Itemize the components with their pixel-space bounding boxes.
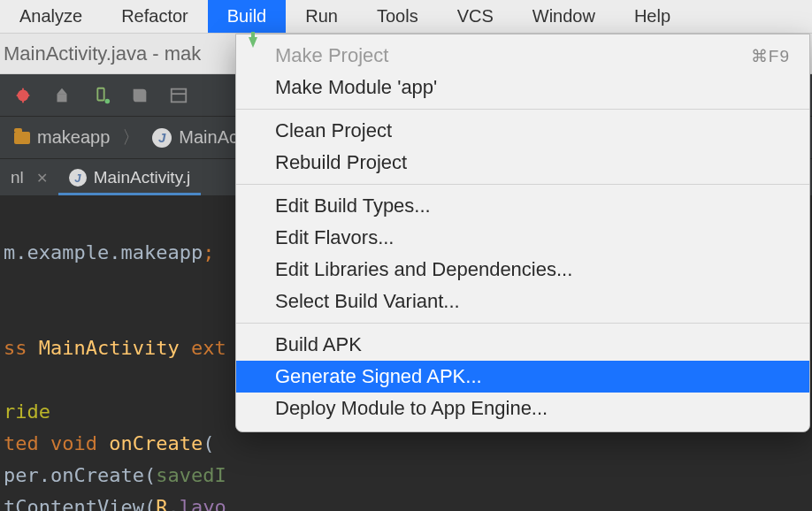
close-icon[interactable]: ✕: [31, 170, 48, 187]
menu-item-edit-flavors[interactable]: Edit Flavors...: [236, 222, 809, 254]
code-text: MainActivity: [39, 337, 191, 359]
svg-marker-4: [57, 88, 67, 93]
menu-item-select-build-variant[interactable]: Select Build Variant...: [236, 286, 809, 317]
menu-item-make-project[interactable]: Make Project ⌘F9: [236, 40, 809, 72]
code-text: ss: [4, 337, 39, 359]
menu-refactor[interactable]: Refactor: [102, 0, 208, 33]
code-text: ext: [191, 337, 226, 359]
menu-item-shortcut: ⌘F9: [751, 46, 790, 66]
folder-icon: [14, 132, 30, 144]
breadcrumb-separator-icon: 〉: [119, 126, 143, 149]
svg-point-6: [105, 98, 111, 103]
menu-build[interactable]: Build: [208, 0, 286, 33]
menu-item-label: Make Module 'app': [275, 76, 437, 99]
menu-analyze[interactable]: Analyze: [0, 0, 102, 33]
code-text: savedI: [156, 464, 226, 486]
breadcrumb-file-label: MainAc: [179, 127, 238, 148]
menu-vcs[interactable]: VCS: [438, 0, 513, 33]
code-text: void: [50, 432, 109, 454]
device-icon[interactable]: [90, 85, 111, 106]
menu-item-deploy-app-engine[interactable]: Deploy Module to App Engine...: [236, 393, 809, 424]
menu-item-generate-signed-apk[interactable]: Generate Signed APK...: [236, 361, 809, 393]
editor-tab-label: nl: [11, 168, 24, 187]
menu-bar: Analyze Refactor Build Run Tools VCS Win…: [0, 0, 812, 34]
svg-rect-5: [97, 88, 103, 100]
svg-rect-7: [172, 88, 187, 102]
menu-item-label: Select Build Variant...: [275, 290, 460, 313]
editor-tab-inactive[interactable]: nl ✕: [0, 161, 58, 195]
menu-item-label: Deploy Module to App Engine...: [275, 397, 548, 420]
menu-item-label: Clean Project: [275, 119, 392, 142]
menu-item-label: Build APK: [275, 333, 362, 356]
menu-item-label: Edit Flavors...: [275, 226, 394, 249]
menu-item-label: Edit Build Types...: [275, 194, 431, 217]
menu-separator: [236, 184, 809, 185]
code-text: ;: [203, 241, 214, 263]
window-title: MainActivity.java - mak: [4, 42, 201, 65]
code-text: R: [156, 496, 167, 511]
code-text: per: [4, 464, 39, 486]
attach-icon[interactable]: [51, 85, 73, 106]
make-project-icon: [249, 48, 264, 64]
layout-icon[interactable]: [168, 85, 189, 106]
code-text: ride: [4, 400, 50, 423]
menu-item-clean-project[interactable]: Clean Project: [236, 115, 809, 147]
menu-separator: [236, 109, 809, 110]
svg-rect-3: [57, 94, 67, 102]
editor-tab-label: MainActivity.j: [94, 168, 190, 187]
code-text: layo: [180, 496, 226, 511]
menu-item-rebuild-project[interactable]: Rebuild Project: [236, 147, 809, 179]
code-text: .onCreate(: [39, 464, 156, 486]
stop-icon[interactable]: [129, 85, 150, 106]
debug-icon[interactable]: [12, 85, 34, 106]
code-text: tContentView(: [4, 496, 156, 511]
menu-item-make-module[interactable]: Make Module 'app': [236, 72, 809, 103]
java-file-icon: J: [152, 128, 172, 148]
menu-run[interactable]: Run: [286, 0, 357, 33]
editor-tab-active[interactable]: J MainActivity.j: [58, 161, 201, 195]
menu-separator: [236, 323, 809, 324]
menu-item-label: Make Project: [275, 44, 388, 67]
menu-help[interactable]: Help: [615, 0, 690, 33]
code-text: ted: [4, 432, 50, 454]
menu-item-label: Edit Libraries and Dependencies...: [275, 258, 572, 281]
menu-item-edit-build-types[interactable]: Edit Build Types...: [236, 190, 809, 222]
menu-window[interactable]: Window: [513, 0, 615, 33]
menu-item-label: Generate Signed APK...: [275, 365, 482, 388]
code-text: m.example.makeapp: [4, 241, 203, 263]
build-menu-dropdown: Make Project ⌘F9 Make Module 'app' Clean…: [235, 34, 810, 432]
java-file-icon: J: [69, 169, 87, 187]
code-text: .: [167, 496, 179, 511]
code-text: (: [203, 432, 214, 454]
menu-tools[interactable]: Tools: [357, 0, 438, 33]
breadcrumb-file[interactable]: J MainAc: [143, 124, 247, 151]
menu-item-label: Rebuild Project: [275, 151, 407, 174]
breadcrumb-folder[interactable]: makeapp: [5, 124, 119, 151]
code-text: onCreate: [109, 432, 203, 454]
menu-item-build-apk[interactable]: Build APK: [236, 329, 809, 361]
breadcrumb-folder-label: makeapp: [37, 127, 110, 148]
menu-item-edit-libraries[interactable]: Edit Libraries and Dependencies...: [236, 254, 809, 286]
